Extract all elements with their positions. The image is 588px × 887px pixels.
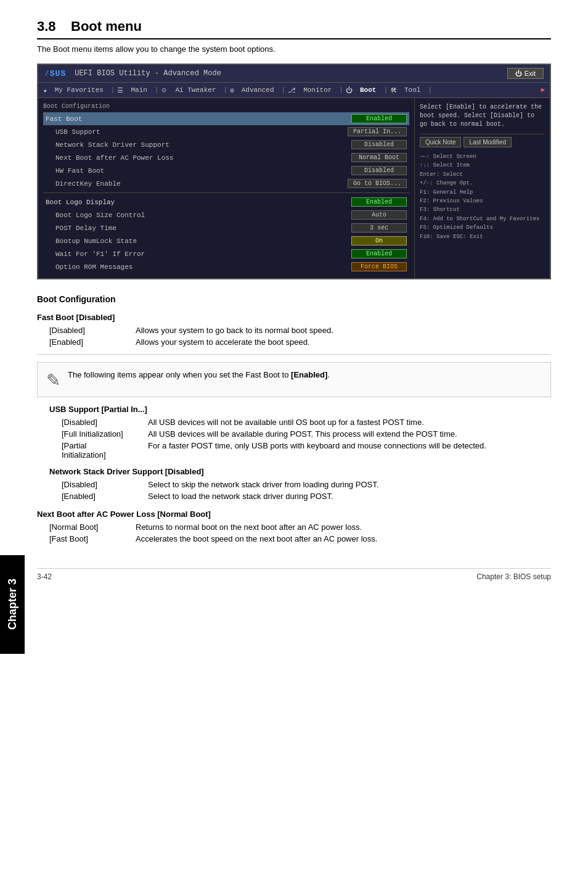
doc-term-network-disabled: [Disabled] bbox=[62, 480, 148, 489]
bios-value-fast-boot: Enabled bbox=[351, 114, 407, 123]
bios-exit-button[interactable]: ⏻ Exit bbox=[507, 68, 544, 79]
bios-value-boot-logo-size: Auto bbox=[351, 210, 407, 220]
bios-divider-2 bbox=[420, 134, 545, 134]
doc-desc-usb-partial-init: For a faster POST time, only USB ports w… bbox=[148, 441, 551, 460]
bios-label-usb-support: USB Support bbox=[46, 128, 100, 136]
doc-term-usb-partial-init: [PartialInitialization] bbox=[62, 441, 148, 460]
bios-label-network-stack: Network Stack Driver Support bbox=[46, 141, 169, 149]
bios-main-panel: Boot Configuration Fast Boot Enabled USB… bbox=[38, 98, 414, 278]
network-stack-heading: Network Stack Driver Support [Disabled] bbox=[49, 467, 551, 476]
note-text: The following items appear only when you… bbox=[68, 369, 330, 381]
bios-value-hw-fast-boot: Disabled bbox=[351, 166, 407, 175]
bios-logo: ∕SUS bbox=[44, 69, 66, 78]
key-f4: F4: Add to ShortCut and My Favorites bbox=[420, 215, 545, 223]
key-f10: F10: Save ESC: Exit bbox=[420, 233, 545, 241]
doc-desc-usb-disabled: All USB devices will not be available un… bbox=[148, 418, 551, 427]
bios-row-wait-f1[interactable]: Wait For 'F1' If Error Enabled bbox=[43, 247, 409, 260]
doc-desc-network-enabled: Select to load the network stack driver … bbox=[148, 492, 551, 501]
doc-body: Boot Configuration Fast Boot [Disabled] … bbox=[37, 294, 551, 543]
bios-row-network-stack[interactable]: Network Stack Driver Support Disabled bbox=[43, 138, 409, 151]
bios-label-next-boot: Next Boot after AC Power Loss bbox=[46, 154, 173, 162]
doc-term-usb-disabled: [Disabled] bbox=[62, 418, 148, 427]
sidebar-item-monitor[interactable]: Monitor bbox=[298, 85, 337, 95]
sidebar-item-advanced[interactable]: Advanced bbox=[237, 85, 279, 95]
doc-entry-usb-disabled: [Disabled] All USB devices will not be a… bbox=[37, 418, 551, 427]
doc-desc-fast-boot: Accelerates the boot speed on the next b… bbox=[136, 534, 551, 543]
sidebar-item-tool[interactable]: Tool bbox=[399, 85, 425, 95]
bios-titlebar: ∕SUS UEFI BIOS Utility - Advanced Mode ⏻… bbox=[38, 65, 550, 83]
fast-boot-heading: Fast Boot [Disabled] bbox=[37, 313, 551, 322]
bios-window-title: UEFI BIOS Utility - Advanced Mode bbox=[75, 69, 221, 78]
bios-row-hw-fast-boot[interactable]: HW Fast Boot Disabled bbox=[43, 164, 409, 177]
bios-help-sidebar: Select [Enable] to accelerate the boot s… bbox=[414, 98, 550, 278]
bios-value-post-delay: 3 sec bbox=[351, 223, 407, 233]
bios-nav-icon-favorites: ★ bbox=[43, 86, 47, 94]
bios-navbar: ★ My Favorites | ☰ Main | ⛭ Ai Tweaker |… bbox=[38, 83, 550, 98]
usb-support-heading: USB Support [Partial In...] bbox=[49, 405, 551, 414]
bios-row-directkey[interactable]: DirectKey Enable Go to BIOS... bbox=[43, 177, 409, 190]
next-boot-heading: Next Boot after AC Power Loss [Normal Bo… bbox=[37, 510, 551, 519]
chapter-sidebar-text: Chapter 3 bbox=[6, 579, 19, 630]
doc-desc-usb-full-init: All USB devices will be available during… bbox=[148, 429, 551, 439]
key-f5: F5: Optimized Defaults bbox=[420, 223, 545, 232]
doc-term-normal-boot: [Normal Boot] bbox=[49, 522, 136, 532]
bios-row-post-delay[interactable]: POST Delay Time 3 sec bbox=[43, 221, 409, 234]
quick-note-button[interactable]: Quick Note bbox=[420, 137, 461, 147]
doc-divider bbox=[37, 354, 551, 355]
sidebar-item-ai-tweaker[interactable]: Ai Tweaker bbox=[170, 85, 221, 95]
sidebar-item-boot[interactable]: Boot bbox=[355, 85, 381, 95]
doc-entry-usb-partial-init: [PartialInitialization] For a faster POS… bbox=[37, 441, 551, 460]
note-icon: ✎ bbox=[46, 370, 60, 390]
doc-desc-disabled: Allows your system to go back to its nor… bbox=[136, 326, 551, 335]
bios-value-wait-f1: Enabled bbox=[351, 249, 407, 258]
bios-value-option-rom: Force BIOS bbox=[351, 262, 407, 271]
bios-row-boot-logo[interactable]: Boot Logo Display Enabled bbox=[43, 196, 409, 208]
bios-row-usb-support[interactable]: USB Support Partial In... bbox=[43, 125, 409, 138]
footer-right: Chapter 3: BIOS setup bbox=[476, 572, 551, 581]
bios-label-hw-fast-boot: HW Fast Boot bbox=[46, 167, 104, 175]
bios-label-boot-logo: Boot Logo Display bbox=[46, 199, 115, 206]
section-number: 3.8 bbox=[37, 19, 56, 34]
sidebar-item-main[interactable]: Main bbox=[126, 85, 152, 95]
bios-value-next-boot: Normal Boot bbox=[351, 153, 407, 162]
bios-nav-icon-tweaker: ⛭ bbox=[161, 86, 168, 94]
bios-label-directkey: DirectKey Enable bbox=[46, 180, 121, 188]
doc-desc-network-disabled: Select to skip the network stack driver … bbox=[148, 480, 551, 489]
sidebar-item-favorites[interactable]: My Favorites bbox=[50, 85, 108, 95]
bios-nav-arrow: ► bbox=[541, 86, 545, 94]
bios-row-option-rom[interactable]: Option ROM Messages Force BIOS bbox=[43, 260, 409, 273]
note-box: ✎ The following items appear only when y… bbox=[37, 362, 551, 397]
power-icon: ⏻ bbox=[515, 70, 522, 77]
bios-nav-icon-monitor: ⎇ bbox=[288, 86, 296, 94]
doc-term-usb-full-init: [Full Initialization] bbox=[62, 429, 148, 439]
bios-value-directkey: Go to BIOS... bbox=[348, 179, 407, 188]
bios-row-boot-logo-size[interactable]: Boot Logo Size Control Auto bbox=[43, 208, 409, 221]
page-wrapper: 3.8 Boot menu The Boot menu items allow … bbox=[0, 0, 588, 606]
bios-row-next-boot[interactable]: Next Boot after AC Power Loss Normal Boo… bbox=[43, 151, 409, 164]
key-enter: Enter: Select bbox=[420, 170, 545, 179]
last-modified-button[interactable]: Last Modified bbox=[463, 137, 511, 147]
bios-screenshot: ∕SUS UEFI BIOS Utility - Advanced Mode ⏻… bbox=[37, 64, 551, 279]
footer-left: 3-42 bbox=[37, 572, 52, 581]
key-f2: F2: Previous Values bbox=[420, 197, 545, 205]
key-select-screen: →←: Select Screen bbox=[420, 152, 545, 161]
doc-entry-network-disabled: [Disabled] Select to skip the network st… bbox=[37, 480, 551, 489]
bios-row-numlock[interactable]: Bootup NumLock State On bbox=[43, 234, 409, 247]
bios-value-numlock: On bbox=[351, 236, 407, 245]
bios-label-boot-logo-size: Boot Logo Size Control bbox=[46, 212, 145, 219]
bios-quick-btns: Quick Note Last Modified bbox=[420, 137, 545, 147]
bios-content: Boot Configuration Fast Boot Enabled USB… bbox=[38, 98, 550, 278]
doc-entry-normal-boot: [Normal Boot] Returns to normal boot on … bbox=[37, 522, 551, 532]
chapter-sidebar: Chapter 3 bbox=[0, 555, 25, 654]
doc-term-enabled: [Enabled] bbox=[49, 337, 136, 347]
bios-divider-1 bbox=[43, 192, 409, 193]
bios-row-fast-boot[interactable]: Fast Boot Enabled bbox=[43, 112, 409, 125]
doc-entry-fast-boot-disabled: [Disabled] Allows your system to go back… bbox=[37, 326, 551, 335]
doc-desc-normal-boot: Returns to normal boot on the next boot … bbox=[136, 522, 551, 532]
bios-label-wait-f1: Wait For 'F1' If Error bbox=[46, 250, 145, 258]
bios-section-label: Boot Configuration bbox=[43, 103, 409, 110]
section-intro: The Boot menu items allow you to change … bbox=[37, 44, 551, 54]
key-select-item: ↑↓: Select Item bbox=[420, 161, 545, 170]
doc-entry-usb-full-init: [Full Initialization] All USB devices wi… bbox=[37, 429, 551, 439]
bios-help-text: Select [Enable] to accelerate the boot s… bbox=[420, 103, 545, 129]
